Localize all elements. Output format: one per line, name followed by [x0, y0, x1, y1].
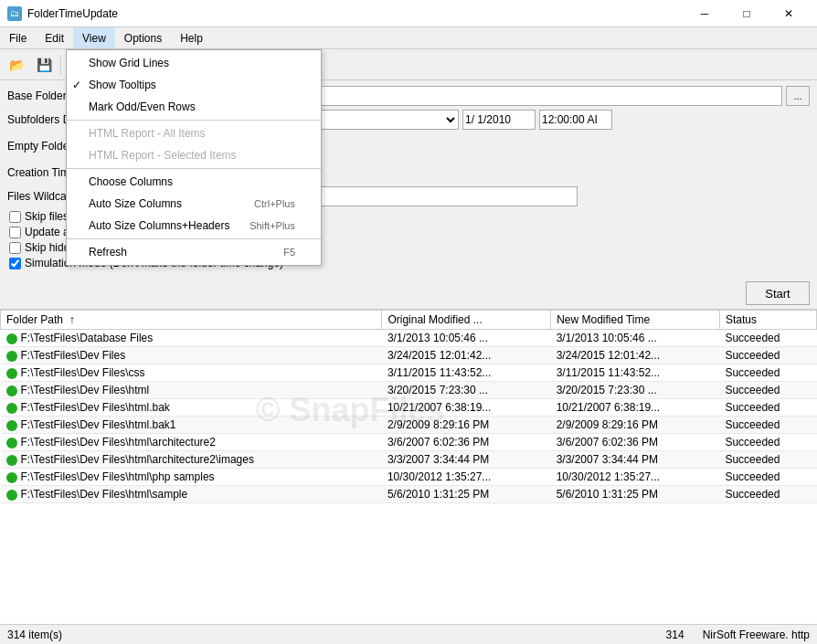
cell-new-time: 3/6/2007 6:02:36 PM — [551, 434, 720, 451]
menu-view[interactable]: View — [73, 27, 115, 48]
app-window: 🗂 FolderTimeUpdate ─ □ ✕ File Edit View … — [0, 0, 817, 644]
menu-show-grid-lines[interactable]: Show Grid Lines — [67, 52, 321, 74]
menu-mark-odd-even[interactable]: Mark Odd/Even Rows — [67, 96, 321, 118]
maximize-button[interactable]: □ — [726, 0, 768, 27]
table-row[interactable]: F:\TestFiles\Dev Files\html.bak 10/21/20… — [1, 399, 817, 417]
menu-sep-3 — [67, 238, 321, 239]
table-row[interactable]: F:\TestFiles\Dev Files\html\sample 5/6/2… — [1, 486, 817, 503]
cell-path: F:\TestFiles\Dev Files\html\php samples — [1, 469, 382, 486]
cell-new-time: 3/1/2013 10:05:46 ... — [551, 330, 720, 347]
table-row[interactable]: F:\TestFiles\Dev Files\html\php samples … — [1, 469, 817, 486]
table-row[interactable]: F:\TestFiles\Dev Files\css 3/11/2015 11:… — [1, 364, 817, 382]
start-button[interactable]: Start — [746, 281, 810, 305]
menu-choose-columns[interactable]: Choose Columns — [67, 171, 321, 193]
time-input[interactable] — [539, 110, 612, 130]
cell-status: Succeeded — [719, 364, 816, 382]
cell-path: F:\TestFiles\Dev Files\css — [1, 364, 382, 382]
item-count: 314 item(s) — [7, 628, 62, 641]
simulation-checkbox[interactable] — [9, 258, 21, 269]
table-container: Folder Path ↑ Original Modified ... New … — [0, 309, 817, 624]
app-icon: 🗂 — [7, 6, 22, 21]
cell-new-time: 3/3/2007 3:34:44 PM — [551, 451, 720, 469]
table-row[interactable]: F:\TestFiles\Dev Files\html 3/20/2015 7:… — [1, 382, 817, 399]
cell-orig-time: 10/30/2012 1:35:27... — [382, 469, 551, 486]
cell-new-time: 2/9/2009 8:29:16 PM — [551, 417, 720, 434]
cell-status: Succeeded — [719, 417, 816, 434]
cell-status: Succeeded — [719, 330, 816, 347]
title-bar-controls: ─ □ ✕ — [684, 0, 810, 27]
cell-status: Succeeded — [719, 469, 816, 486]
table-row[interactable]: F:\TestFiles\Dev Files 3/24/2015 12:01:4… — [1, 347, 817, 364]
status-dot-icon — [6, 490, 17, 501]
menu-file[interactable]: File — [0, 27, 36, 48]
cell-path: F:\TestFiles\Dev Files — [1, 347, 382, 364]
cell-status: Succeeded — [719, 486, 816, 503]
status-dot-icon — [6, 351, 17, 362]
cell-path: F:\TestFiles\Dev Files\html.bak — [1, 399, 382, 417]
start-btn-row: Start — [0, 278, 817, 309]
title-bar-left: 🗂 FolderTimeUpdate — [7, 6, 118, 21]
cell-status: Succeeded — [719, 434, 816, 451]
title-bar: 🗂 FolderTimeUpdate ─ □ ✕ — [0, 0, 817, 27]
toolbar-open-btn[interactable]: 📂 — [4, 53, 29, 77]
menu-html-selected: HTML Report - Selected Items — [67, 144, 321, 166]
table-row[interactable]: F:\TestFiles\Dev Files\html\architecture… — [1, 434, 817, 451]
menu-sep-2 — [67, 168, 321, 169]
toolbar-separator — [60, 55, 61, 75]
cell-orig-time: 10/21/2007 6:38:19... — [382, 399, 551, 417]
date-input[interactable] — [462, 110, 536, 130]
view-dropdown-menu: Show Grid Lines Show Tooltips Mark Odd/E… — [66, 49, 322, 266]
menu-edit[interactable]: Edit — [36, 27, 73, 48]
cell-orig-time: 3/3/2007 3:34:44 PM — [382, 451, 551, 469]
menu-auto-size[interactable]: Auto Size Columns Ctrl+Plus — [67, 193, 321, 215]
cell-orig-time: 3/20/2015 7:23:30 ... — [382, 382, 551, 399]
close-button[interactable]: ✕ — [768, 0, 810, 27]
cell-orig-time: 5/6/2010 1:31:25 PM — [382, 486, 551, 503]
col-new-modified[interactable]: New Modified Time — [551, 311, 720, 330]
status-dot-icon — [6, 472, 17, 483]
status-dot-icon — [6, 385, 17, 396]
status-dot-icon — [6, 333, 17, 344]
cell-new-time: 3/24/2015 12:01:42... — [551, 347, 720, 364]
menu-options[interactable]: Options — [115, 27, 171, 48]
status-brand: NirSoft Freeware. http — [703, 628, 810, 641]
status-bar-right: 314 NirSoft Freeware. http — [666, 628, 810, 641]
table-row[interactable]: F:\TestFiles\Database Files 3/1/2013 10:… — [1, 330, 817, 347]
toolbar-save-btn[interactable]: 💾 — [31, 53, 57, 77]
cell-path: F:\TestFiles\Dev Files\html — [1, 382, 382, 399]
minimize-button[interactable]: ─ — [684, 0, 726, 27]
status-dot-icon — [6, 455, 17, 466]
cell-orig-time: 3/6/2007 6:02:36 PM — [382, 434, 551, 451]
cell-orig-time: 3/1/2013 10:05:46 ... — [382, 330, 551, 347]
menu-show-tooltips[interactable]: Show Tooltips — [67, 74, 321, 96]
cell-status: Succeeded — [719, 347, 816, 364]
col-folder-path[interactable]: Folder Path ↑ — [1, 311, 382, 330]
cell-path: F:\TestFiles\Dev Files\html\sample — [1, 486, 382, 503]
status-dot-icon — [6, 438, 17, 449]
menu-auto-size-headers[interactable]: Auto Size Columns+Headers Shift+Plus — [67, 215, 321, 237]
status-dot-icon — [6, 368, 17, 379]
skip-greater-checkbox[interactable] — [9, 211, 21, 223]
skip-hidden-checkbox[interactable] — [9, 242, 21, 254]
cell-path: F:\TestFiles\Dev Files\html\architecture… — [1, 434, 382, 451]
menu-bar: File Edit View Options Help — [0, 27, 817, 49]
cell-path: F:\TestFiles\Dev Files\html\architecture… — [1, 451, 382, 469]
cell-status: Succeeded — [719, 451, 816, 469]
cell-new-time: 10/30/2012 1:35:27... — [551, 469, 720, 486]
update-base-checkbox[interactable] — [9, 227, 21, 238]
browse-button[interactable]: ... — [786, 86, 810, 106]
cell-path: F:\TestFiles\Database Files — [1, 330, 382, 347]
table-row[interactable]: F:\TestFiles\Dev Files\html\architecture… — [1, 451, 817, 469]
cell-new-time: 3/20/2015 7:23:30 ... — [551, 382, 720, 399]
menu-help[interactable]: Help — [171, 27, 212, 48]
col-orig-modified[interactable]: Original Modified ... — [382, 311, 551, 330]
status-bar: 314 item(s) 314 NirSoft Freeware. http — [0, 624, 817, 644]
cell-new-time: 5/6/2010 1:31:25 PM — [551, 486, 720, 503]
app-title: FolderTimeUpdate — [27, 7, 118, 20]
menu-html-all: HTML Report - All Items — [67, 122, 321, 144]
cell-orig-time: 3/11/2015 11:43:52... — [382, 364, 551, 382]
table-row[interactable]: F:\TestFiles\Dev Files\html.bak1 2/9/200… — [1, 417, 817, 434]
cell-new-time: 3/11/2015 11:43:52... — [551, 364, 720, 382]
menu-refresh[interactable]: Refresh F5 — [67, 241, 321, 263]
col-status[interactable]: Status — [719, 311, 816, 330]
